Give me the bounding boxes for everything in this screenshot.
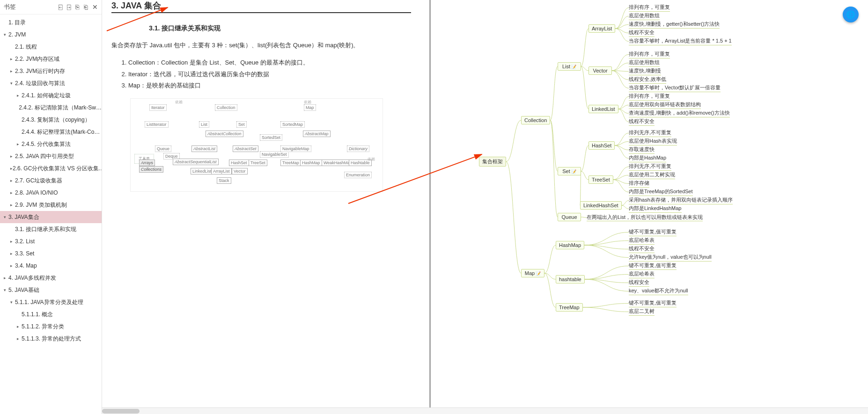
tree-arrow-icon: ▸ [10,239,15,244]
mm-leaf-text: 排列有序，可重复 [629,4,670,12]
node-enumeration: Enumeration [344,172,372,178]
sidebar-header-icons: ⍇ ⍈ ⎘ ⎗ ✕ [59,3,98,11]
list-item: Map：是映射表的基础接口 [128,80,411,92]
mm-leaf-text: 排列有序，可重复 [629,51,670,58]
mm-leaf-text: 键不可重复,值可重复 [629,299,677,307]
bookmark-item[interactable]: 2.4.2. 标记清除算法（Mark-Sw… [0,102,102,114]
bookmark-item[interactable]: ▸2.4.1. 如何确定垃圾 [0,89,102,102]
float-action-button[interactable]: 🌐 [843,7,859,22]
bookmark-label: 3.1. 接口继承关系和实现 [15,225,76,233]
bookmark-label: 2.2. JVM内存区域 [15,55,59,63]
mm-leaf-text: 键不可重复,值可重复 [629,228,677,236]
tree-arrow-icon: ▸ [17,142,22,146]
bookmark-alt-icon[interactable]: ⎗ [84,3,88,11]
node-listiterator: ListIterator [145,121,169,128]
document-page: 3. JAVA 集合 3.1. 接口继承关系和实现 集合类存放于 Java.ut… [102,0,420,414]
node-hashmap: HashMap [300,160,322,166]
horizontal-scrollbar[interactable] [102,407,868,414]
bookmark-item[interactable]: ▸2.4.5. 分代收集算法 [0,138,102,150]
mm-hashset[interactable]: HashSet [588,141,615,150]
mm-leaf-text: 内部是LinkedHashMap [629,205,682,213]
bookmark-item[interactable]: ▸2.3. JVM运行时内存 [0,65,102,77]
bookmark-item[interactable]: ▸2.9. JVM 类加载机制 [0,199,102,211]
mm-linkedlist[interactable]: LinkedList [588,105,618,113]
bookmark-item[interactable]: 2.4.4. 标记整理算法(Mark-Co… [0,126,102,138]
bookmark-tree[interactable]: 1. 目录▾2. JVM2.1. 线程▸2.2. JVM内存区域▸2.3. JV… [0,15,102,414]
tree-arrow-icon: ▾ [10,300,15,305]
bookmark-item[interactable]: ▾2.4. 垃圾回收与算法 [0,77,102,89]
mm-leaf-text: 查询速度慢,增删快，add()和remove()方法快 [629,109,730,117]
mm-leaf-text: 排列有序，可重复 [629,93,670,101]
bookmark-item[interactable]: ▸2.7. GC垃圾收集器 [0,174,102,187]
mm-leaf-text: 底层哈希表 [629,270,655,278]
bookmark-item[interactable]: ▸2.8. JAVA IO/NIO [0,187,102,199]
bookmark-item[interactable]: ▾2. JVM [0,29,102,41]
tree-arrow-icon: ▸ [10,190,15,195]
bookmark-item[interactable]: ▸5.1.1.2. 异常分类 [0,320,102,333]
scrollbar-thumb[interactable] [102,409,140,414]
mm-map[interactable]: Map📝 [521,269,544,277]
bookmark-item[interactable]: ▸3.4. Map [0,260,102,272]
bookmark-item[interactable]: 2.4.3. 复制算法（copying） [0,114,102,126]
node-navigableset: NavigableSet [260,151,289,158]
bookmark-icon[interactable]: ⎘ [75,3,79,11]
bookmark-label: 2.8. JAVA IO/NIO [15,189,58,196]
bookmark-item[interactable]: ▸3.2. List [0,235,102,247]
bookmark-label: 2.3. JVM运行时内存 [15,67,65,75]
mm-leaf-text: 内部是HashMap [629,154,666,162]
bookmark-item[interactable]: ▸2.6. GC分代收集算法 VS 分区收集… [0,162,102,174]
bookmark-item[interactable]: 2.1. 线程 [0,41,102,53]
mm-treeset[interactable]: TreeSet [588,175,613,184]
tree-arrow-icon: ▾ [4,215,8,219]
node-vector: Vector [232,168,248,174]
bookmark-item[interactable]: ▾3. JAVA集合 [0,211,102,223]
indent-right-icon[interactable]: ⍈ [67,3,71,11]
node-collections: Collections [139,166,163,173]
mm-leaf-text: 键不可重复,值可重复 [629,262,677,270]
node-abstractsequentiallist: AbstractSequentialList [173,159,219,165]
close-icon[interactable]: ✕ [92,3,98,11]
bookmark-label: 5.1.1.1. 概念 [22,311,53,319]
main-content: 3. JAVA 集合 3.1. 接口继承关系和实现 集合类存放于 Java.ut… [102,0,868,414]
note-icon: 📝 [536,271,541,276]
bookmark-item[interactable]: ▸2.2. JVM内存区域 [0,53,102,65]
mm-list[interactable]: List📝 [558,62,581,71]
mm-leaf-text: key、value都不允许为null [629,287,688,295]
mm-hashmap[interactable]: HashMap [556,241,584,249]
mm-leaf-text: 排序存储 [629,180,649,188]
bookmark-item[interactable]: 5.1.1.1. 概念 [0,308,102,320]
bookmark-item[interactable]: 3.1. 接口继承关系和实现 [0,223,102,235]
mm-set[interactable]: Set📝 [558,167,581,175]
bookmark-item[interactable]: ▾5.1.1. JAVA异常分类及处理 [0,296,102,308]
bookmark-item[interactable]: ▾5. JAVA基础 [0,284,102,296]
mm-arraylist[interactable]: ArrayList [588,24,615,33]
bookmark-item[interactable]: ▸5.1.1.3. 异常的处理方式 [0,333,102,345]
node-arraylist: ArrayList [211,168,232,174]
mm-leaf-text: 排列无序,不可重复 [629,129,671,137]
tree-arrow-icon: ▾ [4,288,8,292]
mm-queue[interactable]: Queue [558,213,581,221]
node-list: List [199,121,209,128]
mm-leaf-text: 底层二叉树 [629,308,655,316]
mm-leaf-text: 底层使用数组 [629,59,660,67]
bookmark-label: 3.4. Map [15,262,37,269]
bookmark-label: 5. JAVA基础 [8,286,39,294]
mm-linkedhashset[interactable]: LinkedHashSet [580,201,622,210]
mm-leaf-text: 线程不安全 [629,245,655,253]
node-abstractlist: AbstractList [191,145,217,152]
bookmark-item[interactable]: ▸4. JAVA多线程并发 [0,272,102,284]
mm-leaf-text: 速度快,增删慢 [629,67,661,75]
indent-left-icon[interactable]: ⍇ [59,3,62,11]
tree-arrow-icon: ▸ [10,203,15,207]
bookmark-item[interactable]: 1. 目录 [0,16,102,29]
bookmark-item[interactable]: ▸2.5. JAVA 四中引用类型 [0,150,102,162]
mm-vector[interactable]: Vector [588,66,612,75]
bookmark-item[interactable]: ▸3.3. Set [0,247,102,260]
node-stack: Stack [217,177,231,184]
mm-leaf-text: 底层使用Hash表实现 [629,138,677,145]
mindmap-area: 集合框架 Collection Map📝 List📝 Set📝 Queue Ar… [430,0,868,414]
mm-root[interactable]: 集合框架 [479,157,506,167]
mm-treemap[interactable]: TreeMap [556,303,583,312]
mm-hashtable[interactable]: hashtable [556,275,585,283]
mm-collection[interactable]: Collection [521,116,550,124]
